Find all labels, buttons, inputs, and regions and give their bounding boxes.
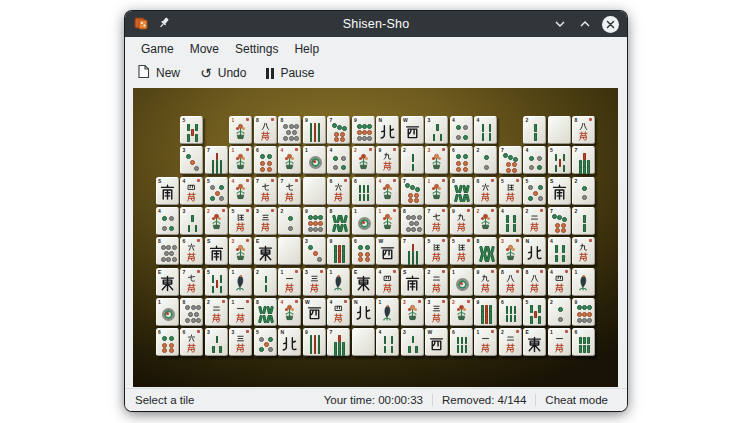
tile-pin-6[interactable]: 6 (156, 328, 179, 356)
tile-man-2[interactable]: 2 (523, 207, 546, 235)
tile-man-2[interactable]: 2 (205, 298, 228, 326)
tile-man-3[interactable]: 3 (229, 328, 252, 356)
tile-bamboo-6[interactable]: 6 (499, 298, 522, 326)
pin-icon[interactable] (158, 16, 171, 32)
tile-bamboo-1[interactable]: 1 (572, 268, 595, 296)
tile-pin-5[interactable]: 5 (205, 177, 228, 205)
maximize-button[interactable] (577, 16, 593, 32)
tile-wind-N[interactable]: N (376, 116, 399, 144)
tile-man-8[interactable]: 8 (523, 268, 546, 296)
tile-bamboo-5[interactable]: 5 (205, 268, 228, 296)
tile-man-1[interactable]: 1 (474, 328, 497, 356)
tile-flower-3[interactable]: 3 (401, 298, 424, 326)
tile-bamboo-7[interactable]: 7 (327, 328, 350, 356)
tile-pin-5[interactable]: 5 (523, 177, 546, 205)
tile-man-6[interactable]: 6 (180, 237, 203, 265)
tile-flower-1[interactable]: 1 (229, 146, 252, 174)
tile-flower-4[interactable]: 4 (278, 146, 301, 174)
tile-pin-2[interactable]: 2 (572, 177, 595, 205)
titlebar[interactable]: Shisen-Sho (125, 11, 627, 37)
tile-pin-8[interactable]: 8 (401, 207, 424, 235)
tile-man-1[interactable]: 1 (278, 268, 301, 296)
tile-pin-9[interactable]: 9 (303, 207, 326, 235)
tile-flower-1[interactable]: 1 (425, 177, 448, 205)
tile-bamboo-8[interactable]: 8 (254, 298, 277, 326)
new-button[interactable]: New (137, 64, 180, 82)
tile-bamboo-6[interactable]: 6 (572, 328, 595, 356)
tile-man-3[interactable]: 3 (303, 268, 326, 296)
menu-item-move[interactable]: Move (182, 39, 227, 59)
tile-pin-6[interactable]: 6 (450, 146, 473, 174)
tile-pin-1[interactable]: 1 (450, 268, 473, 296)
tile-pin-3[interactable]: 3 (180, 146, 203, 174)
tile-bamboo-2[interactable]: 2 (523, 116, 546, 144)
tile-man-8[interactable]: 8 (499, 268, 522, 296)
tile-bamboo-2[interactable]: 2 (572, 207, 595, 235)
tile-man-7[interactable]: 7 (278, 177, 301, 205)
tile-man-9[interactable]: 9 (572, 237, 595, 265)
tile-flower-4[interactable]: 4 (229, 177, 252, 205)
minimize-button[interactable] (552, 16, 568, 32)
tile-wind-W[interactable]: W (401, 116, 424, 144)
tile-pin-1[interactable]: 1 (156, 298, 179, 326)
tile-pin-9[interactable]: 9 (572, 298, 595, 326)
tile-bamboo-6[interactable]: 6 (450, 328, 473, 356)
tile-pin-8[interactable]: 8 (278, 116, 301, 144)
tile-bamboo-7[interactable]: 7 (401, 237, 424, 265)
tile-wind-E[interactable]: E (523, 328, 546, 356)
tile-white-dragon[interactable] (548, 116, 571, 144)
tile-white-dragon[interactable] (278, 237, 301, 265)
tile-man-5[interactable]: 5 (450, 237, 473, 265)
tile-bamboo-5[interactable]: 5 (548, 146, 571, 174)
tile-wind-N[interactable]: N (352, 298, 375, 326)
tile-bamboo-8[interactable]: 8 (450, 177, 473, 205)
tile-bamboo-3[interactable]: 3 (205, 328, 228, 356)
tile-bamboo-5[interactable]: 5 (180, 116, 203, 144)
tile-pin-8[interactable]: 8 (156, 237, 179, 265)
close-button[interactable] (602, 16, 619, 33)
tile-man-5[interactable]: 5 (499, 177, 522, 205)
tile-bamboo-2[interactable]: 2 (401, 146, 424, 174)
tile-man-4[interactable]: 4 (548, 268, 571, 296)
tile-wind-N[interactable]: N (278, 328, 301, 356)
tile-man-4[interactable]: 4 (327, 298, 350, 326)
tile-bamboo-9[interactable]: 9 (474, 298, 497, 326)
tile-bamboo-6[interactable]: 6 (352, 177, 375, 205)
tile-bamboo-1[interactable]: 1 (229, 268, 252, 296)
tile-man-3[interactable]: 3 (425, 298, 448, 326)
tile-man-1[interactable]: 1 (229, 298, 252, 326)
tile-pin-2[interactable]: 2 (474, 146, 497, 174)
tile-pin-3[interactable]: 3 (303, 237, 326, 265)
tile-wind-N[interactable]: N (523, 237, 546, 265)
tile-man-9[interactable]: 9 (474, 268, 497, 296)
tile-man-8[interactable]: 8 (572, 116, 595, 144)
menu-item-game[interactable]: Game (133, 39, 182, 59)
tile-wind-S[interactable]: S (401, 268, 424, 296)
tile-pin-7[interactable]: 7 (548, 207, 571, 235)
tile-wind-W[interactable]: W (425, 328, 448, 356)
tile-flower-2[interactable]: 2 (352, 146, 375, 174)
tile-man-7[interactable]: 7 (180, 268, 203, 296)
tile-pin-1[interactable]: 1 (303, 146, 326, 174)
tile-bamboo-8[interactable]: 8 (327, 207, 350, 235)
tile-man-4[interactable]: 4 (180, 177, 203, 205)
tile-man-4[interactable]: 4 (376, 268, 399, 296)
tile-wind-W[interactable]: W (376, 237, 399, 265)
tile-wind-E[interactable]: E (254, 237, 277, 265)
tile-flower-2[interactable]: 2 (474, 207, 497, 235)
tile-man-3[interactable]: 3 (254, 207, 277, 235)
tile-pin-4[interactable]: 4 (450, 116, 473, 144)
tile-flower-3[interactable]: 3 (425, 146, 448, 174)
tile-man-6[interactable]: 6 (327, 177, 350, 205)
tile-wind-E[interactable]: E (156, 268, 179, 296)
tile-pin-9[interactable]: 9 (352, 116, 375, 144)
tile-pin-5[interactable]: 5 (254, 328, 277, 356)
tile-pin-7[interactable]: 7 (499, 146, 522, 174)
tile-white-dragon[interactable] (352, 328, 375, 356)
tile-bamboo-3[interactable]: 3 (425, 116, 448, 144)
tile-pin-7[interactable]: 7 (327, 116, 350, 144)
tile-pin-6[interactable]: 6 (352, 237, 375, 265)
tile-white-dragon[interactable] (303, 177, 326, 205)
tile-flower-3[interactable]: 3 (229, 237, 252, 265)
tile-bamboo-1[interactable]: 1 (327, 268, 350, 296)
